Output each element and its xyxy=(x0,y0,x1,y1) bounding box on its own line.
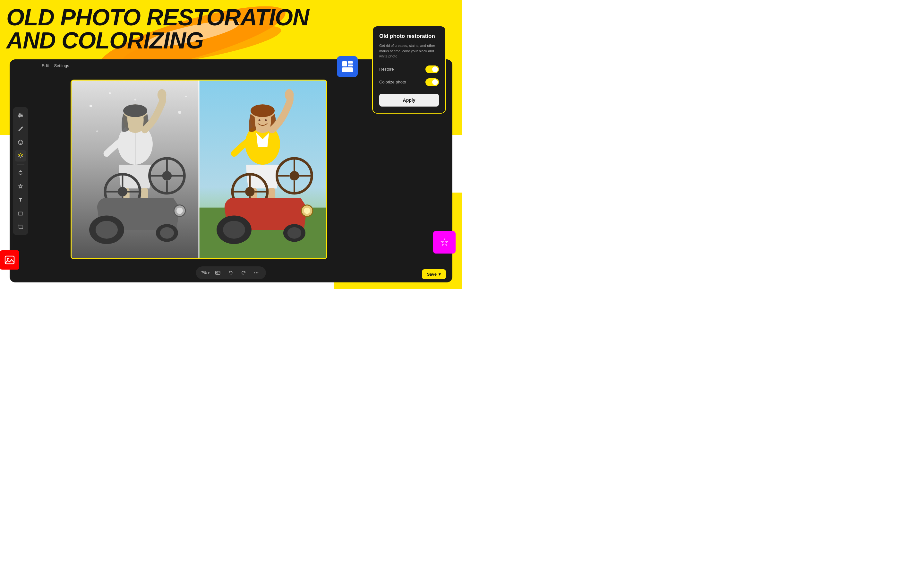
svg-point-51 xyxy=(177,207,183,214)
svg-point-1 xyxy=(7,258,9,260)
menu-edit[interactable]: Edit xyxy=(42,63,49,68)
photo-canvas xyxy=(29,72,369,266)
svg-rect-2 xyxy=(342,61,347,67)
redo-icon xyxy=(241,270,246,275)
colorize-label: Colorize photo xyxy=(379,80,406,84)
rotate-icon xyxy=(18,170,23,175)
frame-tool-btn[interactable] xyxy=(15,207,26,219)
redo-btn[interactable] xyxy=(239,268,248,277)
template-icon xyxy=(341,61,353,73)
svg-point-41 xyxy=(96,221,118,239)
bw-photo-svg xyxy=(71,81,199,258)
zoom-control[interactable]: 7% ▾ xyxy=(201,271,209,275)
svg-point-86 xyxy=(255,273,255,273)
svg-point-75 xyxy=(290,171,299,180)
svg-point-43 xyxy=(160,227,174,239)
restoration-panel: Old photo restoration Get rid of creases… xyxy=(372,26,446,114)
layers-icon xyxy=(18,153,23,159)
panel-description: Get rid of creases, stains, and other ma… xyxy=(379,43,439,59)
effects-tool-btn[interactable] xyxy=(15,180,26,192)
more-btn[interactable] xyxy=(252,268,261,277)
svg-rect-4 xyxy=(348,65,353,67)
svg-point-57 xyxy=(285,89,294,101)
svg-point-73 xyxy=(287,227,302,239)
svg-point-13 xyxy=(18,140,23,144)
bw-photo-half xyxy=(71,81,199,258)
text-tool-btn[interactable]: T xyxy=(15,194,26,205)
left-toolbar: T xyxy=(13,107,28,235)
menu-bar: Edit Settings xyxy=(42,63,69,68)
page-title: OLD PHOTO RESTORATION AND COLORIZING xyxy=(6,6,309,52)
brush-icon xyxy=(18,126,23,132)
svg-point-15 xyxy=(21,141,22,142)
image-decoration-box xyxy=(0,250,19,270)
svg-rect-5 xyxy=(342,67,353,72)
color-photo-half xyxy=(199,81,326,258)
svg-point-22 xyxy=(178,110,181,114)
svg-point-7 xyxy=(19,113,21,115)
svg-point-45 xyxy=(162,171,172,180)
face-icon xyxy=(18,139,23,145)
svg-point-20 xyxy=(109,92,111,94)
svg-point-9 xyxy=(21,115,23,116)
sliders-icon xyxy=(18,112,23,118)
svg-point-27 xyxy=(123,104,147,117)
svg-rect-0 xyxy=(5,256,14,264)
restore-toggle[interactable] xyxy=(425,65,439,73)
save-label: Save xyxy=(427,272,437,277)
rotate-tool-btn[interactable] xyxy=(15,167,26,179)
apply-button[interactable]: Apply xyxy=(379,94,439,107)
split-photo-container xyxy=(71,80,327,259)
svg-point-11 xyxy=(19,116,21,117)
toolbar-separator-1 xyxy=(17,164,24,164)
restore-label: Restore xyxy=(379,67,394,71)
restore-row: Restore xyxy=(379,65,439,73)
menu-settings[interactable]: Settings xyxy=(54,63,69,68)
undo-btn[interactable] xyxy=(226,268,235,277)
sparkle-icon xyxy=(18,183,23,189)
image-icon xyxy=(5,255,15,265)
svg-point-87 xyxy=(256,273,257,273)
layers-tool-btn[interactable] xyxy=(15,150,26,161)
template-icon-box xyxy=(337,56,358,77)
crop-tool-btn[interactable] xyxy=(15,221,26,232)
colorize-toggle[interactable] xyxy=(425,78,439,86)
frame-icon xyxy=(18,210,23,216)
crop-icon xyxy=(18,224,23,229)
color-photo-svg xyxy=(199,81,326,258)
svg-rect-16 xyxy=(18,212,23,215)
svg-rect-3 xyxy=(348,61,353,63)
svg-line-12 xyxy=(21,127,22,128)
svg-point-24 xyxy=(185,96,187,97)
svg-point-88 xyxy=(258,273,259,273)
svg-point-14 xyxy=(19,141,20,142)
compare-icon xyxy=(215,270,220,275)
svg-point-83 xyxy=(265,119,267,121)
colorize-row: Colorize photo xyxy=(379,78,439,86)
svg-point-65 xyxy=(245,187,255,196)
split-divider xyxy=(199,81,199,258)
svg-point-19 xyxy=(89,105,92,107)
more-icon xyxy=(254,270,259,275)
panel-title: Old photo restoration xyxy=(379,33,439,40)
svg-point-82 xyxy=(259,119,261,121)
zoom-dropdown-icon: ▾ xyxy=(208,271,209,275)
svg-point-28 xyxy=(157,89,167,101)
text-icon: T xyxy=(19,197,22,202)
undo-icon xyxy=(228,270,233,275)
save-button[interactable]: Save ▾ xyxy=(422,269,446,279)
svg-point-23 xyxy=(96,130,98,132)
star-icon: ☆ xyxy=(440,236,449,248)
compare-btn[interactable] xyxy=(213,268,222,277)
svg-point-35 xyxy=(118,187,127,196)
svg-point-71 xyxy=(223,221,245,239)
svg-point-81 xyxy=(304,207,310,214)
bottom-toolbar: 7% ▾ xyxy=(196,266,266,279)
brush-tool-btn[interactable] xyxy=(15,123,26,135)
zoom-value: 7% xyxy=(201,271,207,275)
star-decoration-box: ☆ xyxy=(433,231,456,253)
save-dropdown-icon: ▾ xyxy=(439,272,441,277)
adjustments-tool-btn[interactable] xyxy=(15,109,26,121)
svg-point-56 xyxy=(251,104,275,117)
face-tool-btn[interactable] xyxy=(15,136,26,148)
